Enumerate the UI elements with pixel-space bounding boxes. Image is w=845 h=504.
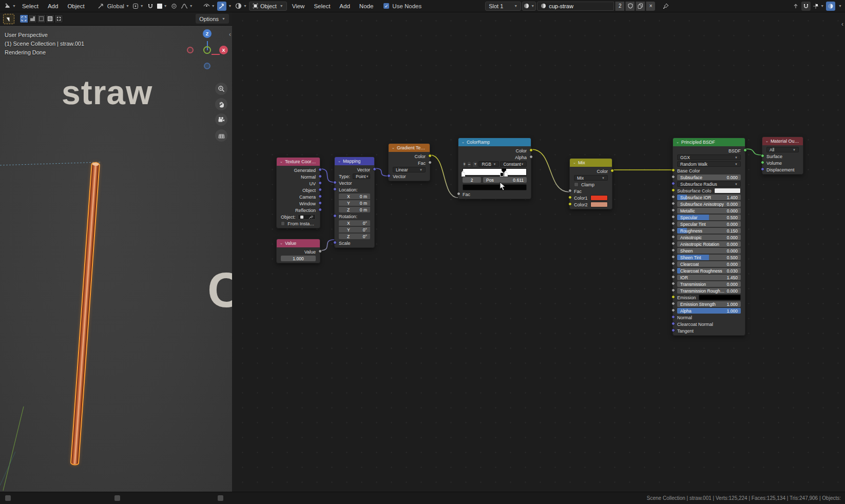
input-socket[interactable] xyxy=(671,282,675,285)
input-socket[interactable] xyxy=(761,154,764,158)
value-slider[interactable]: Subsurface IOR1.400 xyxy=(677,195,741,200)
tweak-tool-button[interactable] xyxy=(3,14,14,24)
collapse-chevron-icon[interactable]: ⌄ xyxy=(462,140,465,144)
visibility-icon[interactable]: ▼ xyxy=(202,2,216,11)
viewport-shading-sphere-icon[interactable] xyxy=(826,2,835,11)
output-socket[interactable] xyxy=(373,167,376,171)
node-snap-mode-icon[interactable]: ▼ xyxy=(812,2,825,11)
input-socket[interactable] xyxy=(333,214,337,218)
proportional-falloff-icon[interactable]: ▼ xyxy=(180,2,194,11)
value-slider[interactable]: Clearcoat0.000 xyxy=(677,261,741,267)
shader-node-editor[interactable]: ⌄Texture CoordinateGeneratedNormalUVObje… xyxy=(232,12,845,492)
gizmo-center[interactable] xyxy=(203,46,211,54)
ramp-add-button[interactable]: + xyxy=(463,161,466,167)
number-field[interactable]: Y0 m xyxy=(339,200,370,206)
input-socket[interactable] xyxy=(671,328,675,332)
node-header[interactable]: ⌄Mix xyxy=(570,159,612,167)
node-colorramp[interactable]: ⌄ColorRampColorAlpha+−▼RGB▼Constant▼2Pos… xyxy=(458,138,531,199)
output-socket[interactable] xyxy=(318,249,322,253)
node-sidebar-toggle-icon[interactable]: ‹ xyxy=(841,21,843,28)
node-header[interactable]: ⌄Gradient Texture xyxy=(389,144,430,152)
collapse-chevron-icon[interactable]: ⌄ xyxy=(280,241,283,245)
input-socket[interactable] xyxy=(671,295,675,299)
fake-user-shield-icon[interactable] xyxy=(625,2,635,11)
value-slider[interactable]: Subsurface Anisotropy0.000 xyxy=(677,201,741,207)
eyedropper-icon[interactable] xyxy=(309,215,313,219)
input-socket[interactable] xyxy=(671,228,675,232)
color-swatch[interactable] xyxy=(590,195,608,201)
slot-dropdown[interactable]: Slot 1▼ xyxy=(485,2,521,11)
menu-node[interactable]: Node xyxy=(355,2,378,11)
output-socket[interactable] xyxy=(318,188,322,191)
colorramp-gradient[interactable] xyxy=(463,168,527,176)
select-mode-box[interactable] xyxy=(20,14,28,23)
node-snap-magnet-icon[interactable] xyxy=(801,2,811,11)
value-slider[interactable]: Transmission Roughness0.000 xyxy=(677,288,741,294)
active-stop-color-swatch[interactable] xyxy=(463,184,527,190)
zoom-tool-button[interactable] xyxy=(215,83,227,95)
input-socket[interactable] xyxy=(671,188,675,192)
node-header[interactable]: ⌄Texture Coordinate xyxy=(277,158,320,166)
input-socket[interactable] xyxy=(671,182,675,185)
dropdown[interactable]: GGX▼ xyxy=(677,154,741,160)
gizmo-axis-z[interactable]: Z xyxy=(203,29,212,38)
value-slider[interactable]: Clearcoat Roughness0.030 xyxy=(677,268,741,274)
node-gradient-texture[interactable]: ⌄Gradient TextureColorFacLinear▼Vector xyxy=(388,143,430,181)
node-header[interactable]: ⌄Mapping xyxy=(335,157,374,165)
output-socket[interactable] xyxy=(318,168,322,171)
output-socket[interactable] xyxy=(318,195,322,198)
node-header[interactable]: ⌄Material Output xyxy=(762,137,803,145)
node-principled-bsdf[interactable]: ⌄Principled BSDFBSDFGGX▼Random Walk▼Base… xyxy=(673,138,745,336)
collapse-chevron-icon[interactable]: ⌄ xyxy=(676,140,679,144)
output-socket[interactable] xyxy=(318,181,322,185)
dropdown[interactable]: All▼ xyxy=(766,147,799,152)
checkbox[interactable] xyxy=(574,182,579,187)
collapse-chevron-icon[interactable]: ⌄ xyxy=(573,161,576,165)
options-button[interactable]: Options▼ xyxy=(196,14,229,24)
material-users-count[interactable]: 2 xyxy=(615,2,624,11)
pin-icon[interactable] xyxy=(661,2,670,11)
value-slider[interactable]: Sheen0.000 xyxy=(677,248,741,254)
viewport-sidebar-toggle-icon[interactable]: ‹ xyxy=(229,31,231,38)
orthographic-grid-button[interactable] xyxy=(215,129,227,142)
input-socket[interactable] xyxy=(671,222,675,225)
input-socket[interactable] xyxy=(671,255,675,259)
output-socket[interactable] xyxy=(428,154,432,158)
value-slider[interactable]: Specular Tint0.000 xyxy=(677,221,741,227)
select-mode-subtract[interactable] xyxy=(37,14,46,23)
ramp-tools-dropdown[interactable]: ▼ xyxy=(472,161,478,167)
input-socket[interactable] xyxy=(671,275,675,279)
value-slider[interactable]: Specular0.500 xyxy=(677,215,741,220)
dropdown[interactable]: Point▼ xyxy=(353,173,370,179)
proportional-edit-icon[interactable] xyxy=(169,2,179,11)
value-field[interactable]: 1.000 xyxy=(281,256,316,261)
ramp-interpolation-dropdown[interactable]: Constant▼ xyxy=(500,161,527,167)
input-socket[interactable] xyxy=(457,192,460,196)
input-socket[interactable] xyxy=(671,242,675,245)
output-socket[interactable] xyxy=(610,169,614,172)
number-field[interactable]: Z0 m xyxy=(339,207,370,212)
input-socket[interactable] xyxy=(671,288,675,292)
checkbox[interactable] xyxy=(281,221,285,226)
input-socket[interactable] xyxy=(671,175,675,179)
input-socket[interactable] xyxy=(568,202,572,206)
input-socket[interactable] xyxy=(671,235,675,239)
color-swatch[interactable] xyxy=(590,202,608,207)
input-socket[interactable] xyxy=(761,167,764,171)
input-socket[interactable] xyxy=(671,308,675,312)
input-socket[interactable] xyxy=(671,315,675,319)
orientation-dropdown[interactable]: Global▼ xyxy=(106,2,130,11)
node-header[interactable]: ⌄ColorRamp xyxy=(458,138,531,146)
input-socket[interactable] xyxy=(333,181,337,184)
straw-object[interactable] xyxy=(70,162,100,466)
value-slider[interactable]: Alpha1.000 xyxy=(677,308,741,314)
number-field[interactable]: X0° xyxy=(339,220,370,226)
dropdown[interactable]: Random Walk▼ xyxy=(677,161,741,167)
input-socket[interactable] xyxy=(568,189,572,192)
unlink-material-button[interactable]: × xyxy=(646,2,655,11)
select-mode-invert[interactable] xyxy=(46,14,54,23)
pivot-point-icon[interactable]: ▼ xyxy=(131,2,145,11)
node-mix[interactable]: ⌄MixColorMix▼ClampFacColor1Color2 xyxy=(569,158,612,209)
collapse-chevron-icon[interactable]: ⌄ xyxy=(280,160,283,164)
menu-add-node[interactable]: Add xyxy=(335,2,354,11)
